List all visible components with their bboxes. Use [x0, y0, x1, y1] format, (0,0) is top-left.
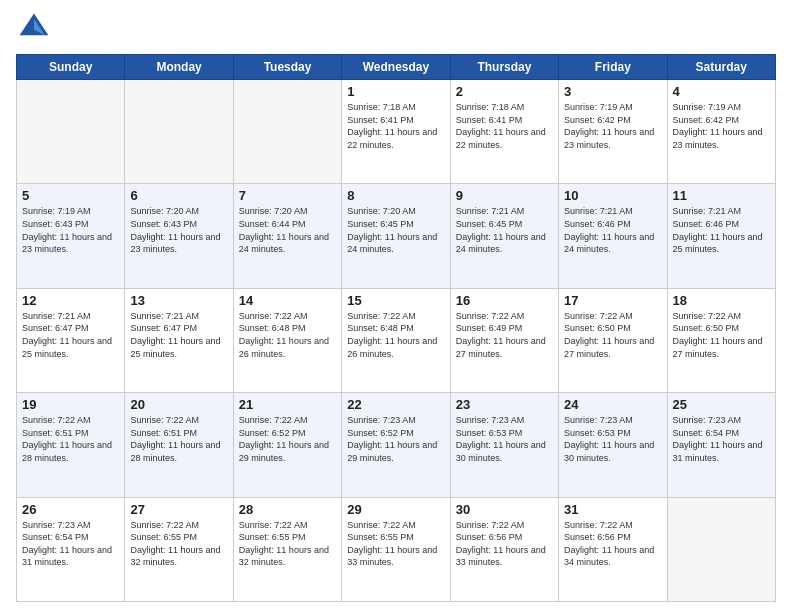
- calendar-cell: 14Sunrise: 7:22 AMSunset: 6:48 PMDayligh…: [233, 288, 341, 392]
- day-number: 11: [673, 188, 770, 203]
- day-number: 20: [130, 397, 227, 412]
- day-info: Sunrise: 7:18 AMSunset: 6:41 PMDaylight:…: [347, 101, 444, 151]
- day-info: Sunrise: 7:23 AMSunset: 6:54 PMDaylight:…: [22, 519, 119, 569]
- day-info: Sunrise: 7:22 AMSunset: 6:55 PMDaylight:…: [347, 519, 444, 569]
- day-header-friday: Friday: [559, 55, 667, 80]
- calendar-header: SundayMondayTuesdayWednesdayThursdayFrid…: [17, 55, 776, 80]
- day-number: 17: [564, 293, 661, 308]
- week-row-3: 12Sunrise: 7:21 AMSunset: 6:47 PMDayligh…: [17, 288, 776, 392]
- week-row-5: 26Sunrise: 7:23 AMSunset: 6:54 PMDayligh…: [17, 497, 776, 601]
- day-number: 13: [130, 293, 227, 308]
- calendar-cell: 10Sunrise: 7:21 AMSunset: 6:46 PMDayligh…: [559, 184, 667, 288]
- day-info: Sunrise: 7:21 AMSunset: 6:47 PMDaylight:…: [22, 310, 119, 360]
- days-of-week-row: SundayMondayTuesdayWednesdayThursdayFrid…: [17, 55, 776, 80]
- day-info: Sunrise: 7:22 AMSunset: 6:56 PMDaylight:…: [456, 519, 553, 569]
- calendar-cell: 24Sunrise: 7:23 AMSunset: 6:53 PMDayligh…: [559, 393, 667, 497]
- calendar-cell: 5Sunrise: 7:19 AMSunset: 6:43 PMDaylight…: [17, 184, 125, 288]
- calendar-cell: 7Sunrise: 7:20 AMSunset: 6:44 PMDaylight…: [233, 184, 341, 288]
- day-header-sunday: Sunday: [17, 55, 125, 80]
- week-row-2: 5Sunrise: 7:19 AMSunset: 6:43 PMDaylight…: [17, 184, 776, 288]
- calendar-cell: 13Sunrise: 7:21 AMSunset: 6:47 PMDayligh…: [125, 288, 233, 392]
- calendar-cell: 15Sunrise: 7:22 AMSunset: 6:48 PMDayligh…: [342, 288, 450, 392]
- day-info: Sunrise: 7:21 AMSunset: 6:46 PMDaylight:…: [673, 205, 770, 255]
- calendar-cell: 8Sunrise: 7:20 AMSunset: 6:45 PMDaylight…: [342, 184, 450, 288]
- day-header-saturday: Saturday: [667, 55, 775, 80]
- day-info: Sunrise: 7:23 AMSunset: 6:54 PMDaylight:…: [673, 414, 770, 464]
- day-number: 6: [130, 188, 227, 203]
- day-number: 5: [22, 188, 119, 203]
- calendar-cell: 20Sunrise: 7:22 AMSunset: 6:51 PMDayligh…: [125, 393, 233, 497]
- logo: [16, 10, 56, 46]
- calendar-cell: 19Sunrise: 7:22 AMSunset: 6:51 PMDayligh…: [17, 393, 125, 497]
- calendar-cell: 30Sunrise: 7:22 AMSunset: 6:56 PMDayligh…: [450, 497, 558, 601]
- header: [16, 10, 776, 46]
- day-number: 16: [456, 293, 553, 308]
- day-header-tuesday: Tuesday: [233, 55, 341, 80]
- calendar-cell: 11Sunrise: 7:21 AMSunset: 6:46 PMDayligh…: [667, 184, 775, 288]
- day-number: 25: [673, 397, 770, 412]
- day-number: 14: [239, 293, 336, 308]
- day-info: Sunrise: 7:20 AMSunset: 6:45 PMDaylight:…: [347, 205, 444, 255]
- day-info: Sunrise: 7:21 AMSunset: 6:47 PMDaylight:…: [130, 310, 227, 360]
- day-number: 23: [456, 397, 553, 412]
- day-info: Sunrise: 7:19 AMSunset: 6:42 PMDaylight:…: [564, 101, 661, 151]
- day-number: 22: [347, 397, 444, 412]
- day-info: Sunrise: 7:22 AMSunset: 6:56 PMDaylight:…: [564, 519, 661, 569]
- day-number: 2: [456, 84, 553, 99]
- day-number: 24: [564, 397, 661, 412]
- day-number: 10: [564, 188, 661, 203]
- day-info: Sunrise: 7:22 AMSunset: 6:55 PMDaylight:…: [130, 519, 227, 569]
- day-number: 15: [347, 293, 444, 308]
- day-number: 3: [564, 84, 661, 99]
- day-header-monday: Monday: [125, 55, 233, 80]
- day-number: 30: [456, 502, 553, 517]
- day-info: Sunrise: 7:22 AMSunset: 6:50 PMDaylight:…: [564, 310, 661, 360]
- day-number: 4: [673, 84, 770, 99]
- calendar-cell: [125, 80, 233, 184]
- day-info: Sunrise: 7:20 AMSunset: 6:44 PMDaylight:…: [239, 205, 336, 255]
- page: SundayMondayTuesdayWednesdayThursdayFrid…: [0, 0, 792, 612]
- day-info: Sunrise: 7:23 AMSunset: 6:53 PMDaylight:…: [456, 414, 553, 464]
- day-number: 18: [673, 293, 770, 308]
- calendar-cell: 17Sunrise: 7:22 AMSunset: 6:50 PMDayligh…: [559, 288, 667, 392]
- calendar-cell: 3Sunrise: 7:19 AMSunset: 6:42 PMDaylight…: [559, 80, 667, 184]
- day-info: Sunrise: 7:20 AMSunset: 6:43 PMDaylight:…: [130, 205, 227, 255]
- day-number: 19: [22, 397, 119, 412]
- day-info: Sunrise: 7:21 AMSunset: 6:45 PMDaylight:…: [456, 205, 553, 255]
- day-info: Sunrise: 7:22 AMSunset: 6:51 PMDaylight:…: [130, 414, 227, 464]
- day-header-wednesday: Wednesday: [342, 55, 450, 80]
- day-number: 26: [22, 502, 119, 517]
- calendar-cell: [667, 497, 775, 601]
- calendar-cell: 1Sunrise: 7:18 AMSunset: 6:41 PMDaylight…: [342, 80, 450, 184]
- calendar-cell: 6Sunrise: 7:20 AMSunset: 6:43 PMDaylight…: [125, 184, 233, 288]
- calendar-cell: 31Sunrise: 7:22 AMSunset: 6:56 PMDayligh…: [559, 497, 667, 601]
- day-number: 8: [347, 188, 444, 203]
- day-info: Sunrise: 7:21 AMSunset: 6:46 PMDaylight:…: [564, 205, 661, 255]
- calendar-cell: 9Sunrise: 7:21 AMSunset: 6:45 PMDaylight…: [450, 184, 558, 288]
- day-number: 1: [347, 84, 444, 99]
- day-info: Sunrise: 7:22 AMSunset: 6:55 PMDaylight:…: [239, 519, 336, 569]
- day-info: Sunrise: 7:22 AMSunset: 6:50 PMDaylight:…: [673, 310, 770, 360]
- calendar-cell: 28Sunrise: 7:22 AMSunset: 6:55 PMDayligh…: [233, 497, 341, 601]
- calendar-cell: 16Sunrise: 7:22 AMSunset: 6:49 PMDayligh…: [450, 288, 558, 392]
- calendar-cell: [233, 80, 341, 184]
- calendar-cell: 18Sunrise: 7:22 AMSunset: 6:50 PMDayligh…: [667, 288, 775, 392]
- day-header-thursday: Thursday: [450, 55, 558, 80]
- logo-icon: [16, 10, 52, 46]
- day-info: Sunrise: 7:18 AMSunset: 6:41 PMDaylight:…: [456, 101, 553, 151]
- day-number: 31: [564, 502, 661, 517]
- calendar-cell: 23Sunrise: 7:23 AMSunset: 6:53 PMDayligh…: [450, 393, 558, 497]
- day-info: Sunrise: 7:22 AMSunset: 6:49 PMDaylight:…: [456, 310, 553, 360]
- day-number: 21: [239, 397, 336, 412]
- day-number: 28: [239, 502, 336, 517]
- day-info: Sunrise: 7:22 AMSunset: 6:52 PMDaylight:…: [239, 414, 336, 464]
- week-row-4: 19Sunrise: 7:22 AMSunset: 6:51 PMDayligh…: [17, 393, 776, 497]
- day-info: Sunrise: 7:23 AMSunset: 6:53 PMDaylight:…: [564, 414, 661, 464]
- day-number: 7: [239, 188, 336, 203]
- calendar-cell: 25Sunrise: 7:23 AMSunset: 6:54 PMDayligh…: [667, 393, 775, 497]
- day-info: Sunrise: 7:23 AMSunset: 6:52 PMDaylight:…: [347, 414, 444, 464]
- day-info: Sunrise: 7:22 AMSunset: 6:48 PMDaylight:…: [347, 310, 444, 360]
- day-info: Sunrise: 7:19 AMSunset: 6:43 PMDaylight:…: [22, 205, 119, 255]
- calendar-cell: 21Sunrise: 7:22 AMSunset: 6:52 PMDayligh…: [233, 393, 341, 497]
- week-row-1: 1Sunrise: 7:18 AMSunset: 6:41 PMDaylight…: [17, 80, 776, 184]
